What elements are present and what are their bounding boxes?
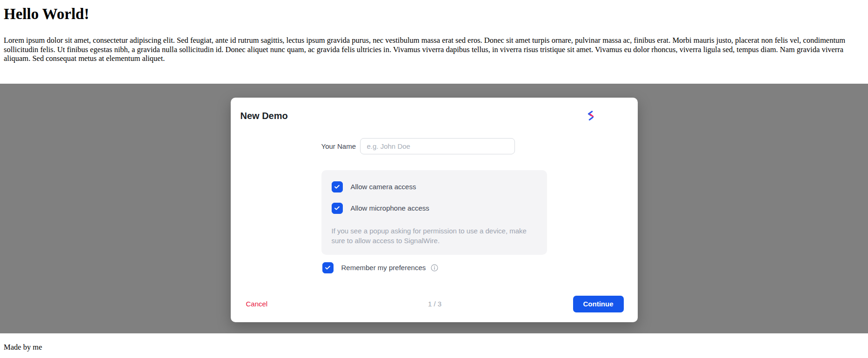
modal-overlay: New Demo Your Name bbox=[0, 84, 868, 333]
dialog-body: Your Name Allow camera access bbox=[321, 138, 547, 273]
signalwire-logo-icon bbox=[586, 110, 596, 121]
footer-note: Made by me bbox=[4, 343, 864, 352]
check-icon bbox=[324, 264, 331, 271]
step-indicator: 1 / 3 bbox=[428, 300, 441, 308]
new-demo-dialog: New Demo Your Name bbox=[231, 98, 638, 322]
microphone-access-row: Allow microphone access bbox=[332, 203, 537, 214]
microphone-access-checkbox[interactable] bbox=[332, 203, 343, 214]
microphone-access-label: Allow microphone access bbox=[351, 204, 429, 212]
cancel-button[interactable]: Cancel bbox=[246, 300, 268, 308]
check-icon bbox=[334, 205, 341, 212]
page-title: Hello World! bbox=[4, 6, 864, 23]
name-field-row: Your Name bbox=[321, 138, 547, 154]
continue-button[interactable]: Continue bbox=[573, 296, 624, 312]
dialog-footer: Cancel 1 / 3 Continue bbox=[231, 296, 638, 322]
dialog-header: New Demo bbox=[231, 98, 638, 121]
dialog-title: New Demo bbox=[240, 110, 627, 121]
name-input[interactable] bbox=[360, 138, 515, 154]
remember-preferences-row: Remember my preferences bbox=[322, 262, 547, 273]
camera-access-label: Allow camera access bbox=[351, 183, 416, 191]
remember-preferences-checkbox[interactable] bbox=[322, 262, 334, 273]
remember-preferences-label: Remember my preferences bbox=[341, 264, 426, 272]
permissions-panel: Allow camera access Allow microphone acc… bbox=[321, 170, 547, 255]
camera-access-checkbox[interactable] bbox=[332, 181, 343, 192]
intro-paragraph: Lorem ipsum dolor sit amet, consectetur … bbox=[4, 36, 864, 63]
name-field-label: Your Name bbox=[321, 142, 354, 150]
camera-access-row: Allow camera access bbox=[332, 181, 537, 192]
permissions-hint: If you see a popup asking for permission… bbox=[332, 226, 532, 245]
info-icon[interactable] bbox=[430, 264, 439, 272]
check-icon bbox=[334, 183, 341, 190]
